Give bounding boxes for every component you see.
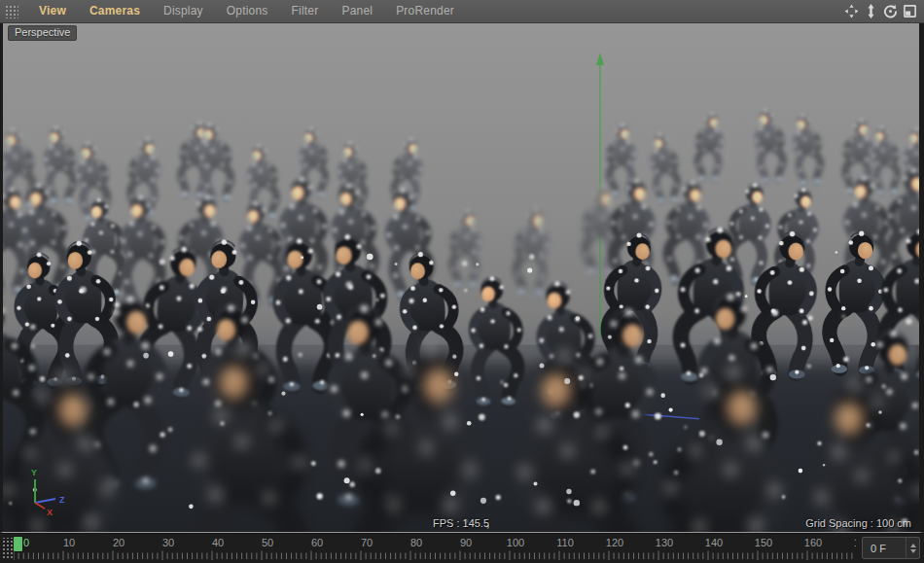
- pan-view-icon[interactable]: [843, 3, 860, 19]
- mocap-marker-dot: [268, 411, 272, 415]
- mocap-marker-dot: [842, 315, 845, 318]
- mocap-marker-dot: [567, 499, 571, 503]
- menu-item-filter[interactable]: Filter: [280, 0, 331, 22]
- mocap-marker-dot: [527, 267, 532, 272]
- menu-item-view[interactable]: View: [27, 0, 78, 22]
- mocap-marker-dot: [409, 299, 414, 303]
- timeline-frame-label: 160: [804, 537, 822, 548]
- mocap-marker-dot: [650, 452, 654, 456]
- mocap-marker-dot: [678, 448, 681, 451]
- mocap-marker-dot: [168, 351, 174, 357]
- mocap-marker-dot: [464, 289, 467, 292]
- mocap-marker-dot: [699, 373, 704, 378]
- mocap-marker-dot: [395, 263, 398, 265]
- mocap-marker-dot: [462, 261, 467, 265]
- timeline-ruler-ticks: 0102030405060708090100110120130140150160…: [14, 534, 856, 563]
- mocap-marker-dot: [745, 295, 748, 298]
- timeline-ruler[interactable]: 0102030405060708090100110120130140150160…: [14, 534, 856, 563]
- mocap-marker-dot: [660, 393, 665, 398]
- mocap-marker-dot: [835, 251, 838, 254]
- mocap-marker-dot: [504, 383, 509, 388]
- mocap-marker-dot: [373, 354, 375, 357]
- frame-stepper[interactable]: [906, 538, 919, 558]
- mocap-marker-dot: [367, 254, 373, 261]
- mocap-marker-dot: [623, 445, 628, 450]
- dolly-zoom-icon[interactable]: [863, 3, 879, 19]
- menu-item-display[interactable]: Display: [152, 0, 215, 22]
- mocap-marker-dot: [454, 372, 458, 376]
- current-frame-value[interactable]: 0 F: [863, 543, 906, 554]
- mocap-marker-dot: [770, 374, 776, 380]
- timeline-frame-label: 110: [556, 537, 574, 548]
- mocap-marker-dot: [669, 407, 673, 411]
- mocap-marker-dot: [566, 489, 571, 494]
- perspective-viewport[interactable]: Y Z X Perspective FPS : 145.5 Grid Spaci…: [0, 23, 924, 533]
- timeline-frame-label: 60: [311, 537, 323, 548]
- mocap-marker-dot: [10, 502, 13, 505]
- timeline-frame-label: 10: [63, 537, 75, 548]
- mocap-marker-dot: [867, 423, 871, 427]
- mocap-marker-dot: [160, 433, 165, 438]
- mocap-marker-dot: [591, 470, 595, 474]
- rotate-view-icon[interactable]: [882, 3, 899, 19]
- mocap-marker-dot: [133, 402, 138, 406]
- timeline-frame-label: 20: [113, 537, 124, 548]
- mocap-marker-dot: [501, 381, 504, 384]
- menu-item-cameras[interactable]: Cameras: [78, 0, 152, 22]
- mocap-marker-dot: [620, 367, 623, 370]
- mocap-marker-dot: [685, 426, 687, 428]
- mocap-marker-dot: [655, 413, 661, 420]
- timeline-frame-label: 140: [705, 537, 723, 548]
- timeline-grip-icon[interactable]: [1, 538, 14, 560]
- animation-timeline: 0102030405060708090100110120130140150160…: [0, 533, 924, 563]
- mocap-marker-dot: [574, 412, 580, 418]
- mocap-marker-dot: [311, 461, 316, 466]
- mocap-marker-dot: [376, 299, 378, 300]
- fps-readout: FPS : 145.5: [433, 517, 489, 529]
- mocap-marker-dot: [168, 427, 173, 432]
- toggle-single-view-icon[interactable]: [902, 3, 918, 19]
- timeline-frame-label: 130: [656, 537, 673, 548]
- mocap-marker-dot: [143, 353, 149, 359]
- timeline-frame-label: 90: [460, 537, 472, 548]
- mocap-marker-dot: [160, 259, 165, 264]
- mocap-marker-dot: [30, 324, 35, 329]
- mocap-marker-dot: [808, 315, 813, 320]
- timeline-frame-label: 70: [361, 537, 373, 548]
- mocap-marker-dot: [674, 471, 678, 475]
- mocap-marker-dot: [654, 460, 657, 464]
- crowd-render: Y Z X: [3, 23, 919, 532]
- current-frame-field[interactable]: 0 F: [862, 537, 920, 559]
- mocap-marker-dot: [574, 500, 580, 506]
- viewport-menu: ViewCamerasDisplayOptionsFilterPanelProR…: [27, 0, 466, 22]
- mocap-marker-dot: [375, 468, 381, 474]
- mocap-marker-dot: [534, 482, 538, 486]
- mocap-marker-dot: [479, 414, 485, 421]
- mocap-marker-dot: [699, 431, 705, 437]
- mocap-marker-dot: [346, 282, 353, 289]
- menu-item-panel[interactable]: Panel: [330, 0, 384, 22]
- grid-spacing-readout: Grid Spacing : 100 cm: [805, 517, 911, 529]
- mocap-marker-dot: [799, 469, 803, 474]
- mocap-marker-dot: [361, 413, 364, 416]
- mocap-marker-dot: [301, 256, 303, 259]
- mocap-marker-dot: [823, 464, 825, 466]
- mocap-marker-dot: [344, 477, 350, 483]
- mocap-marker-dot: [197, 327, 202, 332]
- palette-grip-icon[interactable]: [4, 4, 18, 18]
- mocap-marker-dot: [40, 376, 45, 381]
- mocap-marker-dot: [476, 263, 479, 265]
- application-window: ViewCamerasDisplayOptionsFilterPanelProR…: [0, 0, 924, 563]
- mocap-marker-dot: [914, 450, 918, 454]
- viewport-camera-label[interactable]: Perspective: [8, 25, 77, 41]
- mocap-marker-dot: [317, 304, 323, 310]
- timeline-frame-label: 120: [606, 537, 623, 548]
- stepper-down-icon[interactable]: [910, 549, 916, 553]
- menu-item-options[interactable]: Options: [215, 0, 280, 22]
- menu-item-prorender[interactable]: ProRender: [384, 0, 466, 22]
- stepper-up-icon[interactable]: [910, 544, 916, 547]
- mocap-marker-dot: [882, 385, 886, 389]
- mocap-marker-dot: [807, 365, 811, 369]
- mocap-marker-dot: [529, 254, 535, 260]
- mocap-marker-dot: [576, 316, 581, 321]
